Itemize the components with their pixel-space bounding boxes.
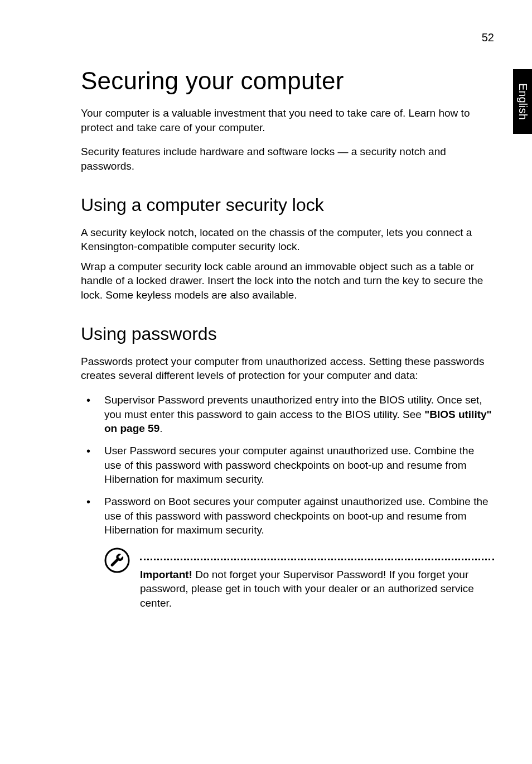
important-label: Important! (140, 569, 192, 580)
note-divider (140, 559, 494, 562)
heading-using-passwords: Using passwords (81, 324, 494, 344)
intro-paragraph-1: Your computer is a valuable investment t… (81, 106, 494, 134)
page-container: 52 English Securing your computer Your c… (0, 0, 532, 644)
passwords-intro: Passwords protect your computer from una… (81, 354, 494, 383)
bullet-user-password: User Password secures your computer agai… (81, 444, 494, 487)
intro-paragraph-2: Security features include hardware and s… (81, 145, 494, 173)
password-bullet-list: Supervisor Password prevents unauthorize… (81, 393, 494, 537)
lock-paragraph-2: Wrap a computer security lock cable arou… (81, 260, 494, 302)
page-number: 52 (482, 31, 494, 44)
lock-paragraph-1: A security keylock notch, located on the… (81, 225, 494, 254)
heading-security-lock: Using a computer security lock (81, 195, 494, 215)
important-note: Important! Do not forget your Supervisor… (81, 549, 494, 611)
heading-securing-your-computer: Securing your computer (81, 67, 494, 95)
language-tab: English (513, 69, 532, 134)
bullet-password-on-boot: Password on Boot secures your computer a… (81, 494, 494, 537)
note-content: Important! Do not forget your Supervisor… (140, 549, 494, 611)
note-text: Important! Do not forget your Supervisor… (140, 568, 494, 611)
bullet-supervisor-password: Supervisor Password prevents unauthorize… (81, 393, 494, 436)
wrench-icon (104, 547, 130, 573)
bullet-text-post: . (159, 422, 162, 434)
